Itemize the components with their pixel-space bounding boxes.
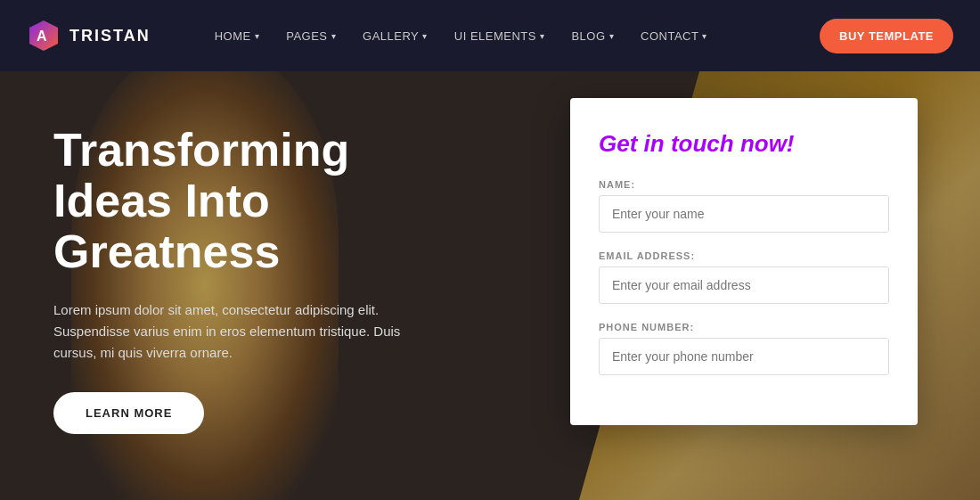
- phone-input[interactable]: [599, 338, 889, 375]
- chevron-down-icon: ▾: [702, 31, 707, 41]
- logo-icon: A: [27, 19, 61, 53]
- svg-text:A: A: [37, 29, 47, 44]
- nav-links: HOME ▾ PAGES ▾ GALLERY ▾ UI ELEMENTS ▾ B…: [204, 22, 820, 50]
- form-title: Get in touch now!: [599, 130, 889, 158]
- phone-field-group: PHONE NUMBER:: [599, 322, 889, 389]
- navbar: A TRISTAN HOME ▾ PAGES ▾ GALLERY ▾ UI EL…: [0, 0, 980, 71]
- name-input[interactable]: [599, 195, 889, 233]
- name-field-group: NAME:: [599, 179, 889, 247]
- chevron-down-icon: ▾: [609, 31, 615, 41]
- email-input[interactable]: [599, 266, 889, 304]
- chevron-down-icon: ▾: [422, 31, 428, 41]
- name-label: NAME:: [599, 179, 889, 190]
- logo[interactable]: A TRISTAN: [27, 19, 151, 53]
- chevron-down-icon: ▾: [255, 31, 260, 41]
- brand-name: TRISTAN: [69, 27, 151, 45]
- nav-ui-elements[interactable]: UI ELEMENTS ▾: [444, 22, 556, 50]
- hero-section: Transforming Ideas Into Greatness Lorem …: [0, 71, 980, 500]
- nav-gallery[interactable]: GALLERY ▾: [352, 22, 438, 50]
- chevron-down-icon: ▾: [331, 31, 337, 41]
- nav-contact[interactable]: CONTACT ▾: [630, 22, 718, 50]
- nav-home[interactable]: HOME ▾: [204, 22, 271, 50]
- buy-template-button[interactable]: BUY TEMPLATE: [820, 19, 953, 53]
- learn-more-button[interactable]: LEARN MORE: [53, 392, 204, 434]
- nav-pages[interactable]: PAGES ▾: [275, 22, 347, 50]
- phone-label: PHONE NUMBER:: [599, 322, 889, 332]
- hero-description: Lorem ipsum dolor sit amet, consectetur …: [53, 299, 428, 364]
- contact-form-card: Get in touch now! NAME: EMAIL ADDRESS: P…: [570, 98, 918, 425]
- chevron-down-icon: ▾: [540, 31, 545, 41]
- hero-title: Transforming Ideas Into Greatness: [53, 125, 428, 278]
- email-label: EMAIL ADDRESS:: [599, 250, 889, 261]
- nav-blog[interactable]: BLOG ▾: [560, 22, 625, 50]
- email-field-group: EMAIL ADDRESS:: [599, 250, 889, 318]
- hero-content: Transforming Ideas Into Greatness Lorem …: [0, 71, 463, 470]
